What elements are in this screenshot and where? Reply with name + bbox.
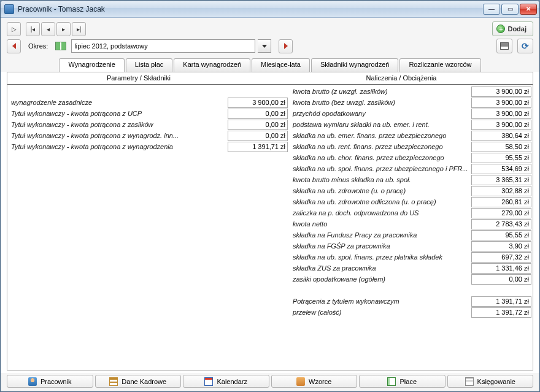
add-button[interactable]: + Dodaj [492,21,533,36]
left-value[interactable]: 0,00 zł [228,109,288,119]
minimize-button[interactable]: — [483,4,500,15]
right-label: składka ZUS za pracownika [290,264,470,272]
bottom-tab-pracownik[interactable]: Pracownik [7,375,93,388]
right-value: 1 391,72 zł [471,307,531,318]
right-label: przelew (całość) [290,309,470,316]
right-value: 380,64 zł [471,131,531,141]
first-button[interactable]: |◂ [26,22,40,36]
chevron-right-icon [284,43,288,49]
plus-icon: + [496,25,505,33]
right-value: 3 900,00 zł [471,109,531,119]
period-next-button[interactable] [279,39,293,53]
period-prev-button[interactable] [7,39,21,53]
bottom-tab-dane-kadrowe[interactable]: Dane Kadrowe [95,375,182,388]
right-label: składka na ub. chor. finans. przez ubezp… [290,154,470,161]
chevron-down-icon [262,45,267,48]
right-row: Potrącenia z tytułem wykonawczym1 391,71… [290,296,531,307]
right-value: 1 331,46 zł [471,263,531,274]
refresh-icon: ⟳ [522,41,529,51]
app-window: Pracownik - Tomasz Jacak — ▭ ✕ ▷ |◂ ◂ ▸ … [0,0,540,392]
right-row: kwota brutto (z uwzgl. zasiłków)3 900,00… [290,86,531,97]
form-icon [109,377,118,386]
right-label: składka na ub. emer. finans. przez ubezp… [290,132,470,139]
right-label: przychód opodatkowany [290,110,470,117]
left-value[interactable]: 0,00 zł [228,131,288,141]
right-value: 3 900,00 zł [471,120,531,130]
print-button[interactable] [496,39,512,53]
right-value: 0,00 zł [471,274,531,285]
right-row: przelew (całość)1 391,72 zł [290,307,531,318]
right-value: 95,55 zł [471,230,531,240]
left-row: Tytuł wykonawczy - kwota potrącona z wyn… [9,130,288,141]
bottom-tab-ksiegowanie[interactable]: Księgowanie [447,375,534,388]
right-value: 3,90 zł [471,241,531,252]
right-value: 1 391,71 zł [471,296,531,307]
right-row: zasiłki opodatkowane (ogółem)0,00 zł [290,274,531,285]
last-button[interactable]: ▸| [72,22,86,36]
right-label: składka na ub. zdrowotne (u. o pracę) [290,187,470,194]
left-value[interactable]: 3 900,00 zł [228,98,288,108]
right-row: kwota brutto minus składka na ub. społ.3… [290,174,531,185]
right-label: kwota netto [290,220,470,228]
right-label: składka na ub. społ. finans. przez ubezp… [290,165,470,172]
period-dropdown-button[interactable] [258,39,271,53]
maximize-button[interactable]: ▭ [501,4,519,15]
period-value: lipiec 2012, podstawowy [74,42,147,50]
right-row: składka ZUS za pracownika1 331,46 zł [290,263,531,274]
right-row: składka na FGŚP za pracownika3,90 zł [290,240,531,252]
header-left: Parametry / Składniki [7,72,270,84]
right-label: Potrącenia z tytułem wykonawczym [290,298,470,305]
right-label: zaliczka na p. doch. odprowadzona do US [290,209,470,217]
window-title: Pracownik - Tomasz Jacak [18,5,105,13]
right-label: kwota brutto (z uwzgl. zasiłków) [290,88,470,95]
left-value[interactable]: 0,00 zł [228,120,288,130]
play-button[interactable]: ▷ [7,22,21,36]
tabs: Wynagrodzenie Lista płac Karta wynagrodz… [1,57,539,72]
right-value: 697,32 zł [471,252,531,263]
right-label: składka na Fundusz Pracy za pracownika [290,231,470,239]
tab-wynagrodzenie[interactable]: Wynagrodzenie [59,58,124,72]
left-value[interactable]: 1 391,71 zł [228,142,288,152]
left-row: Tytuł wykonawczy - kwota potrącona z wyn… [9,141,288,152]
left-label: Tytuł wykonawczy - kwota potrącona z UCP [9,110,226,117]
right-value: 2 783,43 zł [471,219,531,229]
right-value: 3 900,00 zł [471,98,531,108]
bottom-tabs: Pracownik Dane Kadrowe Kalendarz Wzorce … [1,373,539,391]
right-row: zaliczka na p. doch. odprowadzona do US2… [290,207,531,218]
tab-miesiace-lata[interactable]: Miesiące-lata [252,58,310,72]
bottom-tab-wzorce[interactable]: Wzorce [271,375,358,388]
bottom-tab-place[interactable]: Płace [359,375,446,388]
ledger-icon [465,377,474,386]
tab-karta-wynagrodzen[interactable]: Karta wynagrodzeń [174,58,250,72]
left-row: Tytuł wykonawczy - kwota potrącona z UCP… [9,108,288,119]
titlebar: Pracownik - Tomasz Jacak — ▭ ✕ [1,1,539,18]
next-button[interactable]: ▸ [56,22,71,36]
right-row: składka na ub. chor. finans. przez ubezp… [290,152,531,163]
tab-lista-plac[interactable]: Lista płac [126,58,172,72]
header-right: Naliczenia / Obciążenia [270,72,533,84]
right-row: kwota netto2 783,43 zł [290,218,531,229]
period-select[interactable]: lipiec 2012, podstawowy [71,39,255,53]
period-bar: Okres: lipiec 2012, podstawowy ⟳ [1,37,539,57]
refresh-button[interactable]: ⟳ [517,39,533,53]
right-value: 58,50 zł [471,142,531,152]
left-label: Tytuł wykonawczy - kwota potrącona z wyn… [9,132,226,139]
people-icon [296,377,305,386]
right-label: podstawa wymiaru składki na ub. emer. i … [290,121,470,128]
right-label: kwota brutto minus składka na ub. społ. [290,176,470,183]
right-row: podstawa wymiaru składki na ub. emer. i … [290,119,531,130]
left-label: Tytuł wykonawczy - kwota potrącona z zas… [9,121,226,128]
tab-rozliczanie[interactable]: Rozliczanie wzorców [399,58,480,72]
tab-skladniki[interactable]: Składniki wynagrodzeń [311,58,399,72]
right-row: składka na Fundusz Pracy za pracownika95… [290,229,531,240]
right-value: 534,69 zł [471,164,531,174]
right-value: 302,88 zł [471,186,531,196]
left-column: wynagrodzenie zasadnicze3 900,00 zł Tytu… [7,85,289,370]
right-label: składka na ub. rent. finans. przez ubezp… [290,143,470,150]
bottom-tab-kalendarz[interactable]: Kalendarz [183,375,269,388]
print-icon [500,42,509,50]
close-button[interactable]: ✕ [520,4,537,15]
prev-button[interactable]: ◂ [41,22,55,36]
right-label: kwota brutto (bez uwzgl. zasiłków) [290,99,470,106]
chevron-left-icon [12,43,16,49]
